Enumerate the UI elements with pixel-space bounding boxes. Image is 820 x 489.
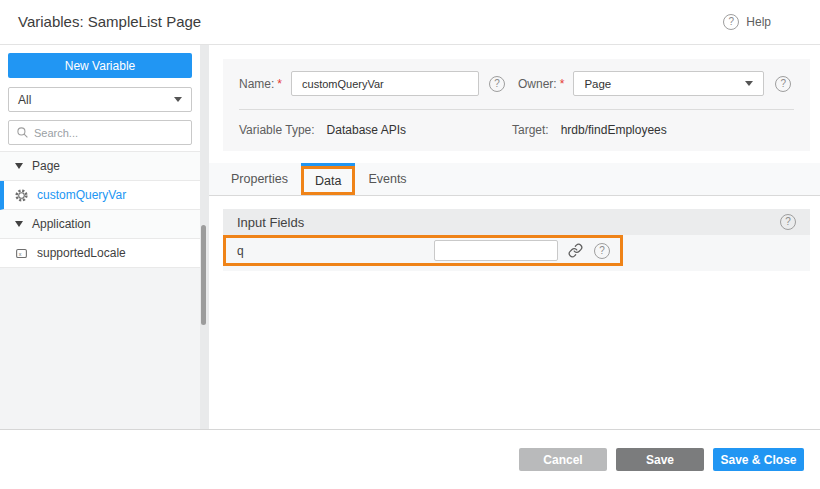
name-label: Name: [239, 77, 274, 91]
tree-group-application[interactable]: Application [0, 210, 200, 239]
tree-group-label: Application [32, 217, 91, 231]
owner-select[interactable]: Page [573, 71, 764, 96]
variable-type-label: Variable Type: [239, 123, 315, 137]
sidebar-scrollbar-thumb[interactable] [201, 225, 206, 325]
input-fields-header: Input Fields ? [223, 209, 810, 235]
expander-down-icon [15, 163, 23, 169]
bind-variable-button[interactable] [568, 243, 583, 259]
input-fields-help-icon[interactable]: ? [780, 214, 796, 230]
variable-filter-value: All [18, 93, 31, 107]
target-value: hrdb/findEmployees [561, 123, 667, 137]
required-marker: * [277, 77, 282, 91]
help-icon: ? [723, 14, 739, 30]
variables-tree: Page customQueryVar Application x suppor… [0, 151, 200, 268]
dialog-header: Variables: SampleList Page ? Help [0, 0, 820, 45]
tree-item-supportedlocale[interactable]: x supportedLocale [0, 239, 200, 268]
variable-summary-form: Name: * ? Owner: * Page ? Variable Type:… [223, 59, 810, 151]
field-q-help-icon[interactable]: ? [594, 243, 610, 259]
help-button[interactable]: ? Help [723, 0, 771, 44]
name-help-icon[interactable]: ? [489, 76, 505, 92]
tree-group-page[interactable]: Page [0, 152, 200, 181]
variable-filter-select[interactable]: All [8, 87, 192, 112]
form-divider [239, 109, 794, 110]
service-variable-gear-icon [15, 189, 28, 202]
search-icon [16, 126, 29, 139]
expander-down-icon [15, 221, 23, 227]
owner-label: Owner: [518, 77, 557, 91]
search-input[interactable] [34, 127, 184, 139]
input-field-row-q: q ? [223, 235, 623, 266]
target-label: Target: [512, 123, 549, 137]
save-and-close-button[interactable]: Save & Close [713, 448, 804, 471]
locale-document-icon: x [15, 247, 28, 260]
field-name-label: q [237, 244, 434, 258]
link-icon [568, 243, 583, 258]
page-title: Variables: SampleList Page [18, 0, 201, 44]
owner-help-icon[interactable]: ? [775, 76, 791, 92]
cancel-button[interactable]: Cancel [519, 448, 607, 471]
variable-detail-panel: Name: * ? Owner: * Page ? Variable Type:… [209, 45, 820, 429]
tab-data[interactable]: Data [301, 166, 355, 195]
tree-item-label: supportedLocale [37, 246, 126, 260]
variables-dialog: Variables: SampleList Page ? Help New Va… [0, 0, 820, 489]
name-input[interactable] [291, 71, 479, 96]
detail-tabs: Properties Data Events [209, 163, 820, 196]
variable-type-value: Database APIs [327, 123, 406, 137]
tab-properties[interactable]: Properties [218, 163, 301, 195]
chevron-down-icon [745, 81, 753, 86]
save-button[interactable]: Save [616, 448, 704, 471]
tree-item-label: customQueryVar [37, 188, 126, 202]
chevron-down-icon [174, 97, 182, 102]
new-variable-button[interactable]: New Variable [8, 53, 192, 78]
svg-text:x: x [19, 250, 22, 256]
required-marker: * [560, 77, 565, 91]
input-fields-title: Input Fields [237, 215, 304, 230]
input-fields-section: Input Fields ? q ? [223, 209, 810, 271]
tree-group-label: Page [32, 159, 60, 173]
tree-item-customqueryvar[interactable]: customQueryVar [0, 181, 200, 210]
field-q-input[interactable] [434, 240, 558, 261]
variable-search-box[interactable] [8, 120, 192, 145]
variables-sidebar: New Variable All Page custo [0, 45, 200, 429]
owner-selected-value: Page [584, 78, 611, 90]
help-label: Help [746, 15, 771, 29]
tab-events[interactable]: Events [355, 163, 419, 195]
sidebar-empty-area [0, 268, 200, 429]
dialog-footer: Cancel Save Save & Close [0, 429, 820, 489]
sidebar-scrollbar-track [200, 45, 209, 429]
